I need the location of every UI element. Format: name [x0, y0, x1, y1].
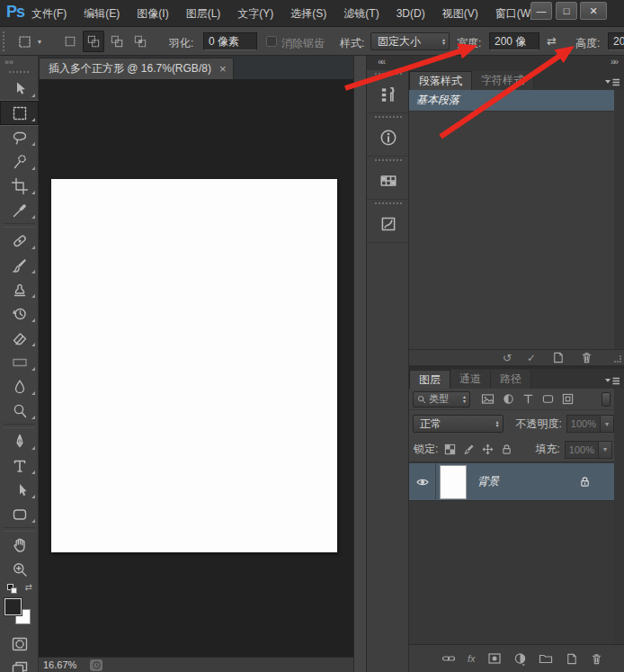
menu-edit[interactable]: 编辑(E) — [81, 4, 122, 23]
menu-layer[interactable]: 图层(L) — [183, 4, 224, 23]
move-tool[interactable] — [0, 76, 39, 101]
maximize-button[interactable]: □ — [556, 2, 577, 20]
layer-visibility-cell[interactable] — [409, 463, 436, 501]
layer-style-fx-icon[interactable]: fx — [468, 653, 476, 664]
tab-paragraph-styles[interactable]: 段落样式 — [409, 71, 472, 90]
foreground-color-swatch[interactable] — [4, 598, 22, 615]
zoom-tool[interactable] — [0, 557, 39, 581]
info-dock-button[interactable] — [367, 113, 409, 157]
filter-type-dropdown[interactable]: 类型 ▴▾ — [413, 391, 470, 408]
tab-layers[interactable]: 图层 — [409, 370, 450, 389]
swap-colors-icon[interactable]: ⇄ — [25, 582, 32, 592]
brush-tool[interactable] — [0, 253, 39, 277]
styles-dock-button[interactable] — [367, 200, 409, 243]
add-layer-mask-icon[interactable] — [487, 651, 502, 666]
document-tab[interactable]: 插入多个正方形 @ 16.7%(RGB/8) × — [39, 58, 234, 79]
filter-pixel-layers-icon[interactable] — [481, 393, 495, 405]
paragraph-style-item-selected[interactable]: 基本段落 — [409, 90, 614, 112]
menu-view[interactable]: 视图(V) — [440, 4, 481, 23]
new-style-icon[interactable] — [551, 351, 565, 364]
panel-menu-icon[interactable] — [604, 373, 620, 390]
filter-shape-layers-icon[interactable] — [542, 393, 554, 405]
swap-dimensions-icon[interactable]: ⇄ — [547, 34, 557, 48]
pen-tool[interactable] — [0, 429, 39, 453]
crop-tool[interactable] — [0, 174, 39, 198]
tab-character-styles[interactable]: 字符样式 — [472, 71, 534, 90]
healing-brush-tool[interactable] — [0, 228, 39, 253]
lock-pixels-brush-icon[interactable] — [463, 444, 475, 455]
eraser-tool[interactable] — [0, 326, 39, 350]
background-layer-row[interactable]: 背景 — [409, 463, 614, 501]
width-input[interactable]: 200 像 — [489, 32, 539, 50]
path-selection-tool[interactable] — [0, 478, 39, 502]
hand-tool[interactable] — [0, 533, 39, 557]
toolbar-collapse-control[interactable]: »» — [0, 56, 38, 68]
apply-check-icon[interactable]: ✓ — [527, 353, 536, 363]
collapse-panels-icon[interactable]: «« — [378, 57, 384, 67]
filter-adjustment-layers-icon[interactable] — [503, 393, 514, 405]
zoom-level-field[interactable]: 16.67% — [41, 659, 83, 671]
close-button[interactable]: ✕ — [580, 2, 607, 20]
delete-style-trash-icon[interactable] — [580, 351, 593, 364]
height-input[interactable]: 200 — [608, 32, 624, 50]
opacity-combo[interactable]: 100% ▾ — [566, 415, 614, 433]
quick-mask-button[interactable] — [0, 632, 39, 656]
panel-menu-icon[interactable] — [604, 75, 620, 91]
delete-layer-trash-icon[interactable] — [590, 652, 603, 666]
gradient-tool[interactable] — [0, 350, 39, 374]
layer-name[interactable]: 背景 — [477, 474, 499, 489]
lasso-tool[interactable] — [0, 125, 39, 149]
tab-channels[interactable]: 通道 — [450, 370, 491, 389]
lock-all-padlock-icon[interactable] — [501, 444, 513, 455]
clone-stamp-tool[interactable] — [0, 277, 39, 301]
tool-preset-picker[interactable]: ▼ — [11, 31, 49, 52]
default-colors-icon[interactable] — [11, 587, 17, 594]
link-layers-icon[interactable] — [441, 651, 456, 666]
filter-toggle-switch[interactable] — [602, 392, 611, 407]
style-dropdown[interactable]: 固定大小 ▴▾ — [370, 32, 450, 50]
minimize-button[interactable]: — — [530, 2, 552, 20]
intersect-selection-button[interactable] — [129, 31, 151, 52]
eyedropper-tool[interactable] — [0, 198, 39, 222]
lock-position-icon[interactable] — [482, 444, 494, 455]
menu-select[interactable]: 选择(S) — [288, 4, 329, 23]
toolbar-grip[interactable] — [9, 71, 29, 73]
subtract-from-selection-button[interactable] — [106, 31, 128, 52]
options-grip[interactable] — [3, 31, 4, 51]
lock-transparency-icon[interactable] — [444, 444, 456, 455]
tab-paths[interactable]: 路径 — [491, 370, 531, 389]
screen-mode-button[interactable] — [0, 656, 39, 672]
clear-override-icon[interactable]: ↺ — [503, 353, 512, 363]
menu-type[interactable]: 文字(Y) — [235, 4, 276, 23]
rectangular-marquee-tool[interactable] — [0, 101, 39, 125]
tab-close-icon[interactable]: × — [219, 62, 227, 76]
quick-selection-tool[interactable] — [0, 149, 39, 174]
dodge-tool[interactable] — [0, 399, 39, 423]
panel-resize-strip[interactable] — [353, 56, 367, 672]
menu-filter[interactable]: 滤镜(T) — [341, 4, 381, 23]
blur-tool[interactable] — [0, 374, 39, 399]
new-selection-button[interactable] — [59, 31, 81, 52]
filter-smart-objects-icon[interactable] — [562, 393, 574, 405]
shape-tool[interactable] — [0, 502, 39, 526]
add-to-selection-button[interactable] — [83, 31, 104, 52]
menu-image[interactable]: 图像(I) — [134, 4, 171, 23]
new-layer-icon[interactable] — [565, 652, 578, 666]
layer-thumbnail[interactable] — [440, 465, 467, 499]
filter-type-layers-icon[interactable] — [522, 393, 534, 405]
panel-resize-corner[interactable] — [614, 355, 621, 363]
pasteboard[interactable] — [39, 79, 353, 657]
new-adjustment-layer-icon[interactable] — [513, 652, 527, 666]
type-tool[interactable] — [0, 453, 39, 478]
history-brush-tool[interactable] — [0, 301, 39, 326]
paragraph-styles-dock-button[interactable] — [367, 70, 409, 113]
blend-mode-dropdown[interactable]: 正常 ▴▾ — [413, 415, 504, 433]
new-group-folder-icon[interactable] — [539, 651, 553, 666]
expand-panels-icon[interactable]: »» — [611, 57, 617, 67]
fill-combo[interactable]: 100% ▾ — [565, 441, 612, 459]
status-info-icon[interactable] — [90, 659, 103, 671]
feather-input[interactable]: 0 像素 — [203, 32, 257, 50]
menu-file[interactable]: 文件(F) — [29, 4, 69, 23]
antialias-checkbox[interactable] — [266, 36, 277, 47]
swatches-dock-button[interactable] — [367, 157, 409, 200]
